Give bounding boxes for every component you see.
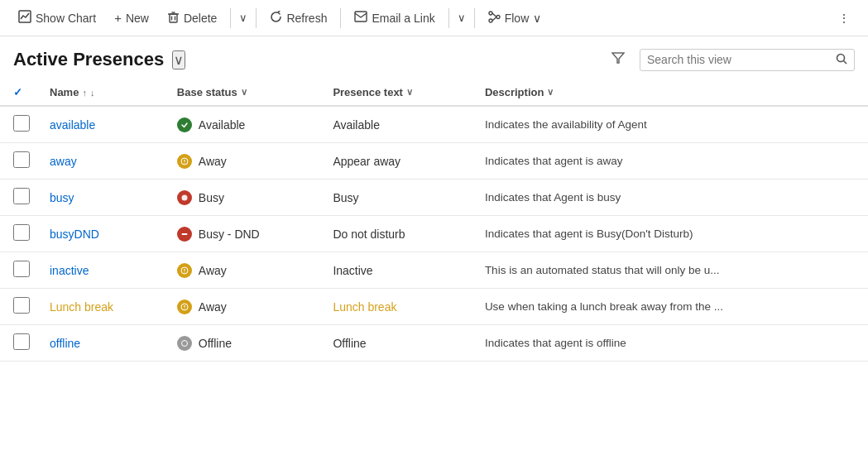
name-cell[interactable]: Lunch break: [40, 289, 167, 325]
status-dot-icon: [177, 336, 192, 351]
row-checkbox[interactable]: [13, 297, 30, 314]
presence-text-cell: Appear away: [323, 143, 474, 180]
presences-table: ✓ Name ↑ ↓ Base status ∨: [0, 79, 868, 362]
presence-text-cell: Lunch break: [323, 289, 474, 325]
flow-button[interactable]: Flow ∨: [480, 6, 550, 31]
description-sort-icon: ∨: [547, 87, 554, 98]
table-row: away Away Appear away Indicates that age…: [0, 143, 868, 180]
base-status-text: Offline: [199, 337, 232, 350]
toolbar: Show Chart + New Delete ∨ Refresh: [0, 0, 868, 36]
description-cell: Indicates that Agent is busy: [475, 180, 868, 216]
table-header-row: ✓ Name ↑ ↓ Base status ∨: [0, 79, 868, 106]
base-status-cell: Away: [167, 143, 324, 180]
row-checkbox-cell[interactable]: [0, 325, 40, 362]
presence-text-cell: Busy: [323, 180, 474, 216]
svg-marker-12: [612, 53, 624, 63]
new-icon: +: [114, 11, 122, 25]
row-checkbox-cell[interactable]: [0, 180, 40, 216]
svg-point-7: [489, 12, 492, 15]
row-checkbox-cell[interactable]: [0, 143, 40, 180]
divider-2: [256, 8, 257, 28]
table-row: busy Busy Busy Indicates that Agent is b…: [0, 180, 868, 216]
dropdown-2-button[interactable]: ∨: [454, 7, 469, 29]
email-icon: [354, 11, 367, 25]
base-status-cell: Away: [167, 252, 324, 289]
base-status-sort-icon: ∨: [241, 87, 247, 98]
divider-3: [340, 8, 341, 28]
dropdown-1-button[interactable]: ∨: [236, 7, 251, 29]
more-button[interactable]: ⋮: [830, 7, 858, 30]
description-cell: Use when taking a lunch break away from …: [475, 289, 868, 325]
base-status-text: Busy: [199, 191, 224, 204]
description-cell: Indicates that agent is Busy(Don't Distu…: [475, 216, 868, 252]
delete-button[interactable]: Delete: [159, 6, 225, 31]
name-cell[interactable]: inactive: [40, 252, 167, 289]
svg-rect-1: [170, 14, 177, 22]
row-checkbox[interactable]: [13, 333, 30, 350]
col-header-name[interactable]: Name ↑ ↓: [40, 79, 167, 106]
row-checkbox-cell[interactable]: [0, 106, 40, 143]
name-cell[interactable]: available: [40, 106, 167, 143]
delete-label: Delete: [184, 12, 217, 25]
base-status-text: Available: [199, 118, 246, 132]
row-checkbox[interactable]: [13, 188, 30, 204]
refresh-label: Refresh: [286, 12, 327, 25]
title-chevron-button[interactable]: ∨: [172, 50, 185, 69]
table-wrapper: ✓ Name ↑ ↓ Base status ∨: [0, 79, 868, 362]
check-all-icon: ✓: [13, 86, 22, 98]
refresh-button[interactable]: Refresh: [261, 6, 335, 31]
name-cell[interactable]: busy: [40, 180, 167, 216]
col-header-base-status[interactable]: Base status ∨: [167, 79, 324, 106]
base-status-text: Away: [199, 264, 227, 277]
email-link-button[interactable]: Email a Link: [346, 6, 443, 30]
status-dot-icon: [177, 190, 192, 205]
page-title: Active Presences: [13, 49, 164, 70]
status-dot-icon: [177, 227, 192, 242]
filter-button[interactable]: [605, 48, 631, 71]
row-checkbox[interactable]: [13, 261, 30, 277]
presence-text-cell: Offline: [323, 325, 474, 362]
description-cell: Indicates the availability of Agent: [475, 106, 868, 143]
row-checkbox[interactable]: [13, 115, 30, 132]
status-dot-icon: [177, 263, 192, 278]
show-chart-label: Show Chart: [36, 12, 96, 25]
svg-line-10: [492, 13, 496, 17]
name-cell[interactable]: offline: [40, 325, 167, 362]
base-status-cell: Available: [167, 106, 324, 143]
select-all-header[interactable]: ✓: [0, 79, 40, 106]
table-row: available Available Available Indicates …: [0, 106, 868, 143]
flow-icon: [488, 11, 501, 26]
base-status-text: Away: [199, 155, 227, 168]
col-header-presence-text[interactable]: Presence text ∨: [323, 79, 474, 106]
email-link-label: Email a Link: [372, 12, 434, 25]
row-checkbox-cell[interactable]: [0, 252, 40, 289]
col-header-description[interactable]: Description ∨: [475, 79, 868, 106]
row-checkbox[interactable]: [13, 151, 30, 168]
new-button[interactable]: + New: [106, 6, 157, 30]
svg-point-26: [181, 340, 187, 346]
delete-icon: [167, 11, 180, 26]
show-chart-button[interactable]: Show Chart: [10, 5, 104, 31]
table-row: inactive Away Inactive This is an automa…: [0, 252, 868, 289]
svg-point-9: [489, 19, 492, 22]
row-checkbox-cell[interactable]: [0, 289, 40, 325]
flow-chevron-icon: ∨: [533, 12, 541, 25]
table-row: offline Offline Offline Indicates that a…: [0, 325, 868, 362]
table-row: Lunch break Away Lunch break Use when ta…: [0, 289, 868, 325]
divider-1: [230, 8, 231, 28]
table-row: busyDND Busy - DND Do not disturb Indica…: [0, 216, 868, 252]
new-label: New: [126, 12, 149, 25]
description-cell: Indicates that agent is away: [475, 143, 868, 180]
presence-text-sort-icon: ∨: [406, 87, 413, 98]
base-status-cell: Offline: [167, 325, 324, 362]
row-checkbox[interactable]: [13, 224, 30, 241]
presence-text-cell: Do not disturb: [323, 216, 474, 252]
search-input[interactable]: [647, 53, 831, 66]
base-status-cell: Busy: [167, 180, 324, 216]
svg-point-18: [181, 194, 187, 200]
name-cell[interactable]: away: [40, 143, 167, 180]
row-checkbox-cell[interactable]: [0, 216, 40, 252]
flow-label: Flow: [505, 12, 530, 25]
name-cell[interactable]: busyDND: [40, 216, 167, 252]
divider-4: [448, 8, 449, 28]
